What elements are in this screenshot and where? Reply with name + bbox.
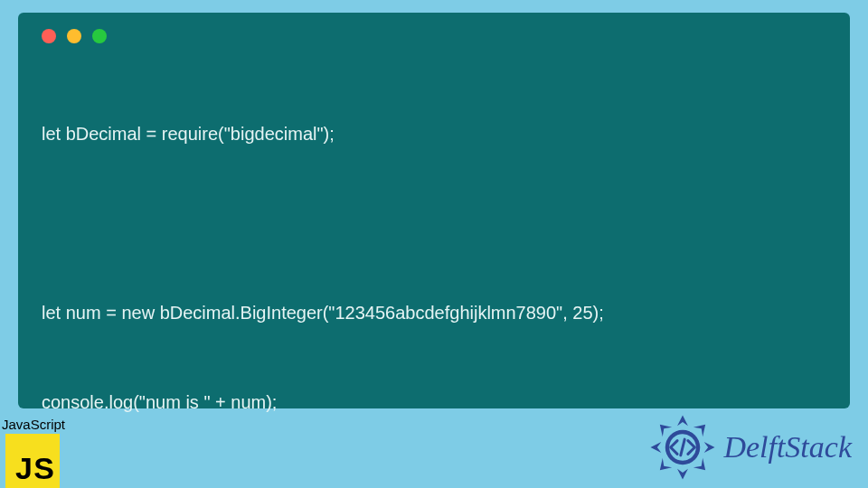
code-line <box>42 209 826 239</box>
code-window: let bDecimal = require("bigdecimal"); le… <box>18 13 850 408</box>
close-icon[interactable] <box>42 29 56 43</box>
code-line: let num = new bDecimal.BigInteger("12345… <box>42 298 826 328</box>
logo-letter-s: S <box>33 451 54 486</box>
language-label: JavaScript <box>0 417 78 432</box>
svg-marker-2 <box>677 469 688 480</box>
svg-marker-0 <box>677 415 688 426</box>
svg-marker-3 <box>651 442 662 453</box>
svg-marker-4 <box>693 425 705 436</box>
svg-marker-6 <box>660 458 672 470</box>
svg-marker-1 <box>704 442 715 453</box>
window-titlebar <box>42 29 826 43</box>
svg-marker-5 <box>693 458 705 470</box>
svg-marker-7 <box>660 425 672 436</box>
code-line: let bDecimal = require("bigdecimal"); <box>42 119 826 149</box>
javascript-logo-icon: J S <box>5 434 60 488</box>
language-badge: JavaScript J S <box>0 417 78 488</box>
brand-name: DelftStack <box>723 430 852 465</box>
brand-logo-icon <box>649 414 716 481</box>
logo-letter-j: J <box>15 451 33 486</box>
brand-watermark: DelftStack <box>649 414 852 481</box>
maximize-icon[interactable] <box>92 29 107 43</box>
minimize-icon[interactable] <box>67 29 81 43</box>
